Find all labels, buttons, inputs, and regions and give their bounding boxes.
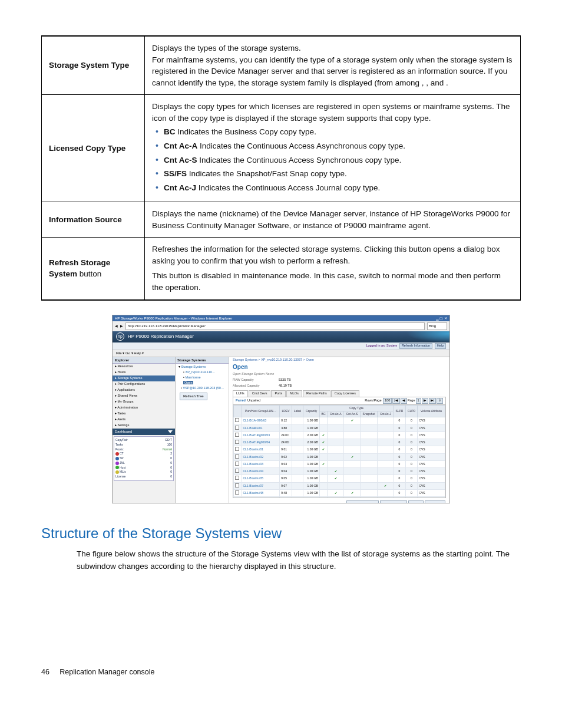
row-checkbox[interactable] xyxy=(235,469,239,473)
table-row[interactable]: CL1-B/avinu/079:071.00 GB✔00CVS xyxy=(234,482,445,489)
breadcrumb[interactable]: Storage Systems > XP_rvp10.219.110.20:13… xyxy=(229,357,449,363)
dash-row: Host0 xyxy=(115,466,172,470)
status-icon xyxy=(115,452,119,456)
footer-button[interactable]: Close All xyxy=(425,500,445,503)
tab[interactable]: LUNs xyxy=(233,390,248,397)
header-swoosh xyxy=(379,331,449,342)
table-row[interactable]: CL1-B/avinu/019:011.00 GB✔00CVS xyxy=(234,446,445,453)
table-row[interactable]: CL1-B/avinu/029:021.00 GB✔00CVS xyxy=(234,453,445,460)
tab-bar: LUNsCmd DevsPortsMLOsRemote PathsCopy Li… xyxy=(233,390,446,397)
row-label: Licensed Copy Type xyxy=(42,95,145,202)
page-num[interactable]: 1 xyxy=(416,398,421,404)
page-footer: 46 Replication Manager console xyxy=(41,667,521,677)
tab[interactable]: Remote Paths xyxy=(303,390,330,397)
nav-item[interactable]: ▸ Hosts xyxy=(113,370,175,375)
nav-item[interactable]: ▸ Pair Configurations xyxy=(113,381,175,387)
status-icon xyxy=(115,457,119,460)
row-checkbox[interactable] xyxy=(235,454,239,459)
tree-item[interactable]: Open xyxy=(178,381,227,386)
dash-row: SP0 xyxy=(115,456,172,460)
table-row[interactable]: CL1-B/avinu/489:481.00 GB✔✔00CVS xyxy=(234,489,445,496)
filter-unpaired[interactable]: Unpaired xyxy=(247,398,260,402)
url-field[interactable]: http://10.219.116.118:23015/ReplicationM… xyxy=(125,322,425,330)
row-checkbox[interactable] xyxy=(235,476,239,480)
row-checkbox[interactable] xyxy=(235,418,239,422)
prev-page-icon[interactable]: ◀ xyxy=(401,398,407,404)
row-checkbox[interactable] xyxy=(235,462,239,466)
tab[interactable]: MLOs xyxy=(286,390,302,397)
tree-item[interactable]: • XP_rvp10.219.110… xyxy=(178,370,227,375)
nav-item[interactable]: ▸ Administration xyxy=(113,405,175,411)
table-row[interactable]: CL1-B/akku/013:881.00 GB00CVS xyxy=(234,424,445,431)
section-heading: Structure of the Storage Systems view xyxy=(41,523,521,544)
explorer-column: Explorer ▸ Resources▸ Hosts▸ Storage Sys… xyxy=(113,357,176,503)
dashboard-header[interactable]: Dashboard xyxy=(113,429,175,435)
footer-button[interactable]: Refresh LUN xyxy=(380,500,408,503)
status-icon xyxy=(115,466,119,469)
tab[interactable]: Copy Licenses xyxy=(331,390,359,397)
definition-table: Storage System Type Displays the types o… xyxy=(41,35,521,301)
footer-button[interactable]: Link Information xyxy=(346,500,379,503)
row-checkbox[interactable] xyxy=(235,426,239,430)
nav-item[interactable]: ▸ Settings xyxy=(113,423,175,429)
app-header: hp HP P9000 Replication Manager xyxy=(113,331,449,342)
status-icon xyxy=(115,470,119,474)
subhead: Open Storage System Name xyxy=(233,372,274,375)
row-label: Refresh Storage System button xyxy=(42,238,145,300)
nav-back-icon[interactable]: ◀ xyxy=(115,324,118,329)
explorer-header: Explorer xyxy=(113,357,175,364)
nav-item[interactable]: ▸ Resources xyxy=(113,364,175,370)
footer-button[interactable]: Filter xyxy=(408,500,423,503)
row-desc: Refreshes the information for the select… xyxy=(145,238,521,300)
nav-item[interactable]: ▸ Storage Systems xyxy=(113,375,175,381)
menu-bar[interactable]: File ▾ Go ▾ Help ▾ xyxy=(113,350,449,357)
row-checkbox[interactable] xyxy=(235,498,239,498)
window-controls[interactable]: ▁ ▢ ✕ xyxy=(436,316,447,321)
search-box[interactable]: Bing xyxy=(427,322,447,330)
copy-types-list: BC Indicates the Business Copy copy type… xyxy=(156,126,513,193)
table-row[interactable]: CL1-B/1A-G00/630:121.00 GB✔00CVS xyxy=(234,417,445,424)
table-row[interactable]: CL1-B/avinu/569:561.00 GB✔00CVS xyxy=(234,497,445,498)
row-checkbox[interactable] xyxy=(235,433,239,437)
dash-row: JNL0 xyxy=(115,461,172,465)
nav-item[interactable]: ▸ Alerts xyxy=(113,417,175,423)
rows-per-page[interactable]: 100 xyxy=(383,398,392,404)
tree-item[interactable]: • VSP@10.209.118.203 (50… xyxy=(178,386,227,391)
refresh-tree-button[interactable]: Refresh Tree xyxy=(180,393,207,400)
next-page-icon[interactable]: ▶ xyxy=(422,398,428,404)
table-row[interactable]: CL1-B/avinu/059:051.00 GB✔00CVS xyxy=(234,475,445,482)
tree-column: Storage Systems ▾ Storage Systems• XP_rv… xyxy=(176,357,229,503)
nav-item[interactable]: ▸ My Groups xyxy=(113,399,175,405)
grid-wrap[interactable]: Port/Host Group/LUN…LDEVLabelCapacityCop… xyxy=(233,405,446,498)
table-row[interactable]: CL1-B/avinu/039:031.00 GB✔00CVS xyxy=(234,460,445,467)
tab[interactable]: Ports xyxy=(271,390,286,397)
nav-fwd-icon[interactable]: ▶ xyxy=(120,324,123,329)
first-page-icon[interactable]: |◀ xyxy=(392,398,399,404)
row-checkbox[interactable] xyxy=(235,440,239,444)
dashboard-panel: CopyPairEDIT Tasks100 Pools:Normal CT2SP… xyxy=(114,436,174,481)
tree-header: Storage Systems xyxy=(176,357,229,364)
table-row[interactable]: CL1-B/ATuPg000/0324:0C2.00 GB✔00CVS xyxy=(234,431,445,439)
filter-paired[interactable]: Paired xyxy=(236,398,246,402)
tree-item[interactable]: • Mainframe xyxy=(178,375,227,380)
row-checkbox[interactable] xyxy=(235,447,239,451)
tab[interactable]: Cmd Devs xyxy=(249,390,271,397)
table-row[interactable]: CL1-B/avinu/049:041.00 GB✔00CVS xyxy=(234,468,445,475)
nav-item[interactable]: ▸ Tasks xyxy=(113,411,175,417)
refresh-info-button[interactable]: Refresh Information xyxy=(399,343,432,349)
address-bar: ◀ ▶ http://10.219.116.118:23015/Replicat… xyxy=(113,321,449,331)
row-checkbox[interactable] xyxy=(235,483,239,487)
row-checkbox[interactable] xyxy=(235,490,239,495)
last-page-icon[interactable]: ▶| xyxy=(429,398,436,404)
dash-row: MLIs0 xyxy=(115,470,172,474)
embedded-screenshot: HP StorageWorks P9000 Replication Manage… xyxy=(112,315,450,503)
tree-item[interactable]: ▾ Storage Systems xyxy=(178,365,227,370)
export-icon[interactable]: ⇩ xyxy=(437,398,443,404)
login-row: Logged in as: System Refresh Information… xyxy=(113,342,449,350)
help-button[interactable]: Help xyxy=(435,343,446,349)
nav-item[interactable]: ▸ Applications xyxy=(113,387,175,393)
table-row[interactable]: CL1-B/ATuPg000/0424:0D2.00 GB✔00CVS xyxy=(234,439,445,446)
row-desc: Displays the name (nickname) of the Devi… xyxy=(145,202,521,238)
filter-row: Paired Unpaired Rows/Page: 100 |◀ ◀ Page… xyxy=(233,397,446,405)
nav-item[interactable]: ▸ Shared Views xyxy=(113,393,175,399)
